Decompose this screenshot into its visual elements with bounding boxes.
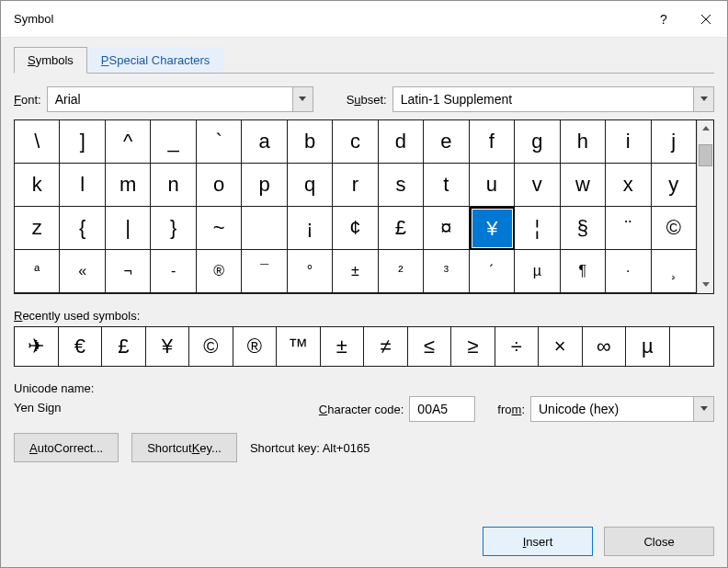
symbol-cell[interactable]: m	[106, 164, 151, 207]
from-select[interactable]: Unicode (hex)	[530, 396, 714, 422]
recent-symbol-cell[interactable]: ≤	[408, 327, 452, 366]
symbol-cell[interactable]: r	[333, 164, 378, 207]
symbol-cell[interactable]: ¬	[106, 250, 151, 293]
symbol-cell[interactable]: ·	[606, 250, 651, 293]
recent-symbol-cell[interactable]: ¥	[146, 327, 190, 366]
recent-symbol-cell[interactable]: ®	[233, 327, 278, 366]
insert-button[interactable]: Insert	[483, 527, 593, 556]
symbol-cell[interactable]: ®	[197, 250, 242, 293]
symbol-cell[interactable]: u	[470, 164, 515, 207]
symbol-cell[interactable]	[242, 207, 287, 250]
symbol-cell[interactable]: d	[379, 120, 424, 164]
recent-symbol-cell[interactable]: €	[59, 327, 103, 366]
symbol-cell[interactable]: ¥	[470, 207, 515, 250]
symbol-cell[interactable]: ¯	[242, 250, 287, 293]
symbol-cell[interactable]: ¸	[652, 250, 697, 293]
symbol-cell[interactable]: µ	[515, 250, 560, 293]
symbol-cell[interactable]: ¶	[561, 250, 606, 293]
symbol-cell[interactable]: n	[151, 164, 196, 207]
symbol-cell[interactable]: g	[515, 120, 560, 164]
symbol-cell[interactable]: b	[288, 120, 333, 164]
symbol-cell[interactable]: ¤	[424, 207, 469, 250]
symbol-cell[interactable]: £	[379, 207, 424, 250]
symbol-grid: \]^_`abcdefghijklmnopqrstuvwxyz{|}~¡¢£¤¥…	[15, 120, 697, 293]
recently-used-label: Recently used symbols:	[14, 309, 714, 323]
recent-symbol-cell[interactable]: µ	[626, 327, 670, 366]
recent-symbol-cell[interactable]: ™	[277, 327, 321, 366]
symbol-cell[interactable]: v	[515, 164, 560, 207]
symbol-cell[interactable]: c	[333, 120, 378, 164]
recent-symbol-cell[interactable]: ±	[321, 327, 365, 366]
recent-symbol-cell[interactable]: ÷	[495, 327, 540, 366]
symbol-cell[interactable]: f	[470, 120, 515, 164]
symbol-cell[interactable]: y	[652, 164, 697, 207]
symbol-cell[interactable]: a	[242, 120, 287, 164]
recent-symbol-cell[interactable]: ≠	[364, 327, 408, 366]
symbol-cell[interactable]: i	[606, 120, 651, 164]
close-button[interactable]: Close	[604, 527, 714, 556]
recent-symbol-cell[interactable]: ≥	[451, 327, 495, 366]
symbol-cell[interactable]: «	[60, 250, 105, 293]
symbol-cell[interactable]: ]	[60, 120, 105, 164]
symbol-cell[interactable]: p	[242, 164, 287, 207]
symbol-cell[interactable]: ³	[424, 250, 469, 293]
subset-value: Latin-1 Supplement	[393, 92, 693, 107]
symbol-cell[interactable]: }	[151, 207, 196, 250]
symbol-cell[interactable]: ^	[106, 120, 151, 164]
symbol-cell[interactable]: ´	[470, 250, 515, 293]
symbol-cell[interactable]: §	[561, 207, 606, 250]
scroll-down-button[interactable]	[698, 277, 713, 293]
symbol-cell[interactable]: h	[561, 120, 606, 164]
symbol-cell[interactable]: `	[197, 120, 242, 164]
font-value: Arial	[48, 92, 292, 107]
symbol-cell[interactable]: \	[15, 120, 60, 164]
symbol-cell[interactable]: z	[15, 207, 60, 250]
scroll-track[interactable]	[698, 137, 713, 277]
symbol-cell[interactable]: ²	[379, 250, 424, 293]
recent-symbol-cell[interactable]: ©	[189, 327, 233, 366]
svg-marker-3	[700, 97, 708, 101]
symbol-cell[interactable]: ±	[333, 250, 378, 293]
help-button[interactable]: ?	[643, 1, 685, 38]
symbol-cell[interactable]: ª	[15, 250, 60, 293]
recent-symbol-cell[interactable]: ×	[539, 327, 583, 366]
font-select[interactable]: Arial	[47, 86, 313, 112]
scroll-thumb[interactable]	[699, 144, 712, 166]
symbol-cell[interactable]: -	[151, 250, 196, 293]
symbol-cell[interactable]: l	[60, 164, 105, 207]
symbol-cell[interactable]: ¦	[515, 207, 560, 250]
symbol-cell[interactable]: o	[197, 164, 242, 207]
recent-symbol-cell[interactable]: £	[102, 327, 146, 366]
symbol-cell[interactable]: ©	[652, 207, 697, 250]
recent-symbol-cell[interactable]: ✈	[15, 327, 59, 366]
symbol-cell[interactable]: q	[288, 164, 333, 207]
recent-symbol-cell[interactable]	[670, 327, 714, 366]
svg-marker-5	[702, 282, 710, 287]
tab-symbols[interactable]: Symbols	[14, 47, 87, 74]
autocorrect-button[interactable]: AutoCorrect...	[14, 433, 119, 462]
symbol-cell[interactable]: e	[424, 120, 469, 164]
symbol-cell[interactable]: t	[424, 164, 469, 207]
symbol-cell[interactable]: _	[151, 120, 196, 164]
character-code-input[interactable]	[409, 396, 475, 422]
shortcut-key-button[interactable]: Shortcut Key...	[131, 433, 237, 462]
symbol-cell[interactable]: ¨	[606, 207, 651, 250]
subset-select[interactable]: Latin-1 Supplement	[392, 86, 714, 112]
symbol-cell[interactable]: °	[288, 250, 333, 293]
scrollbar[interactable]	[697, 120, 713, 293]
tab-special-characters[interactable]: PSpecial Characters	[87, 47, 224, 73]
symbol-cell[interactable]: k	[15, 164, 60, 207]
symbol-cell[interactable]: x	[606, 164, 651, 207]
symbol-cell[interactable]: |	[106, 207, 151, 250]
symbol-cell[interactable]: s	[379, 164, 424, 207]
symbol-cell[interactable]: ~	[197, 207, 242, 250]
close-window-button[interactable]	[685, 1, 727, 38]
symbol-cell[interactable]: ¡	[288, 207, 333, 250]
scroll-up-button[interactable]	[698, 120, 713, 137]
symbol-cell[interactable]: ¢	[333, 207, 378, 250]
symbol-cell[interactable]: {	[60, 207, 105, 250]
symbol-cell[interactable]: w	[561, 164, 606, 207]
symbol-grid-container: \]^_`abcdefghijklmnopqrstuvwxyz{|}~¡¢£¤¥…	[14, 119, 714, 294]
recent-symbol-cell[interactable]: ∞	[583, 327, 627, 366]
symbol-cell[interactable]: j	[652, 120, 697, 164]
